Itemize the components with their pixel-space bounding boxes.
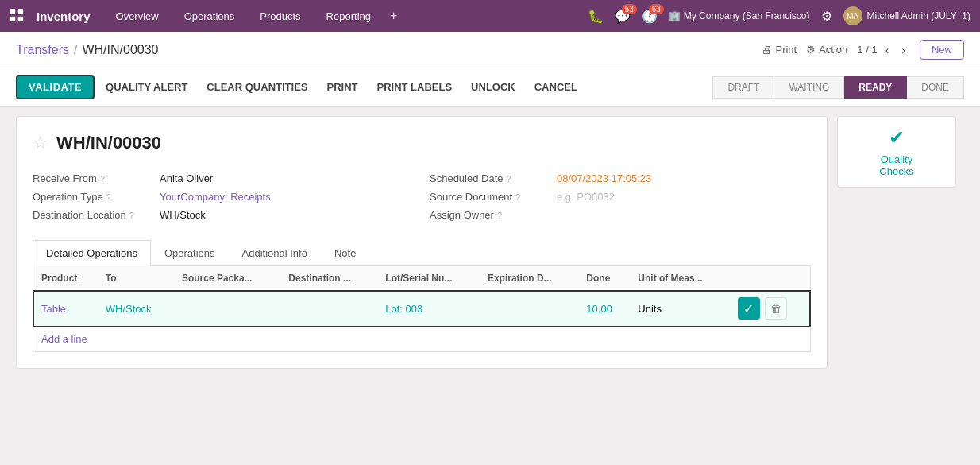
receive-from-value: Anita Oliver — [160, 172, 213, 184]
tab-additional-info[interactable]: Additional Info — [229, 240, 321, 266]
destination-location-help[interactable]: ? — [129, 211, 134, 220]
nav-products[interactable]: Products — [253, 7, 307, 25]
operation-type-help[interactable]: ? — [106, 192, 111, 202]
tabs: Detailed Operations Operations Additiona… — [33, 240, 811, 266]
tab-detailed-operations[interactable]: Detailed Operations — [33, 240, 151, 266]
tab-operations[interactable]: Operations — [151, 240, 229, 266]
prev-button[interactable]: ‹ — [881, 42, 894, 58]
debug-icon[interactable]: 🐛 — [588, 9, 604, 24]
col-actions — [730, 266, 810, 291]
status-ready: READY — [844, 76, 907, 99]
operation-type-label: Operation Type ? — [33, 191, 160, 203]
action-bar: VALIDATE QUALITY ALERT CLEAR QUANTITIES … — [0, 68, 980, 107]
quality-checks-label: QualityChecks — [879, 153, 913, 177]
col-lot-serial: Lot/Serial Nu... — [377, 266, 480, 291]
nav-operations[interactable]: Operations — [178, 7, 241, 25]
table-row: Table WH/Stock Lot: 003 10.00 Units ✓ 🗑 — [33, 291, 810, 327]
col-source-package: Source Packa... — [174, 266, 280, 291]
status-bar: DRAFT WAITING READY DONE — [712, 76, 964, 99]
unlock-button[interactable]: UNLOCK — [463, 76, 523, 98]
scheduled-date-value[interactable]: 08/07/2023 17:05:23 — [557, 172, 651, 184]
nav-overview[interactable]: Overview — [110, 7, 165, 25]
print-button[interactable]: 🖨 Print — [762, 44, 797, 56]
scheduled-date-label: Scheduled Date ? — [430, 172, 557, 184]
operation-type-field: Operation Type ? YourCompany: Receipts — [33, 188, 414, 206]
grid-icon[interactable] — [10, 8, 24, 25]
nav-brand[interactable]: Inventory — [37, 10, 91, 23]
cell-done[interactable]: 10.00 — [578, 291, 630, 327]
gear-icon: ⚙ — [806, 44, 816, 56]
col-unit: Unit of Meas... — [630, 266, 729, 291]
check-circle-icon: ✔ — [889, 126, 905, 149]
col-to: To — [98, 266, 174, 291]
cell-source-package — [174, 291, 280, 327]
activity-button[interactable]: 🕐 63 — [642, 9, 658, 24]
cell-product[interactable]: Table — [33, 291, 98, 327]
receive-from-help[interactable]: ? — [100, 174, 105, 184]
printer-icon: 🖨 — [762, 44, 772, 56]
operations-table: Product To Source Packa... Destination .… — [33, 266, 810, 327]
delete-row-button[interactable]: 🗑 — [765, 297, 787, 320]
status-draft: DRAFT — [712, 76, 774, 99]
nav-reporting[interactable]: Reporting — [320, 7, 377, 25]
clear-quantities-button[interactable]: CLEAR QUANTITIES — [199, 76, 315, 98]
chat-button[interactable]: 💬 53 — [615, 9, 631, 24]
destination-location-field: Destination Location ? WH/Stock — [33, 206, 414, 224]
company-selector[interactable]: 🏢 My Company (San Francisco) — [669, 10, 810, 21]
breadcrumb-current: WH/IN/00030 — [82, 43, 158, 57]
destination-location-label: Destination Location ? — [33, 209, 160, 221]
cell-to: WH/Stock — [98, 291, 174, 327]
source-document-help[interactable]: ? — [515, 192, 520, 202]
operation-type-value[interactable]: YourCompany: Receipts — [160, 191, 271, 203]
form-fields: Receive From ? Anita Oliver Operation Ty… — [33, 169, 811, 224]
svg-rect-0 — [10, 8, 15, 13]
add-line-button[interactable]: Add a line — [33, 327, 95, 351]
cancel-button[interactable]: CANCEL — [527, 76, 585, 98]
svg-rect-2 — [10, 16, 15, 21]
nav-add-button[interactable]: + — [390, 9, 397, 23]
main-form: ☆ WH/IN/00030 Receive From ? Anita Olive… — [16, 116, 828, 369]
breadcrumb-bar: Transfers / WH/IN/00030 🖨 Print ⚙ Action… — [0, 32, 980, 68]
receive-from-field: Receive From ? Anita Oliver — [33, 169, 414, 188]
cell-row-actions: ✓ 🗑 — [730, 291, 810, 327]
table-header-row: Product To Source Packa... Destination .… — [33, 266, 810, 291]
source-document-field: Source Document ? e.g. PO0032 — [430, 188, 811, 206]
col-destination: Destination ... — [280, 266, 377, 291]
action-button[interactable]: ⚙ Action — [806, 44, 847, 56]
col-product: Product — [33, 266, 98, 291]
header-actions: 🖨 Print ⚙ Action 1 / 1 ‹ › New — [762, 40, 964, 60]
col-done: Done — [578, 266, 630, 291]
settings-icon[interactable]: ⚙ — [821, 9, 832, 24]
cell-unit: Units — [630, 291, 729, 327]
star-icon[interactable]: ☆ — [33, 133, 48, 153]
cell-expiration — [480, 291, 578, 327]
assign-owner-field: Assign Owner ? — [430, 206, 811, 224]
svg-rect-3 — [18, 16, 23, 21]
pagination: 1 / 1 ‹ › — [857, 42, 910, 58]
top-navigation: Inventory Overview Operations Products R… — [0, 0, 980, 32]
breadcrumb-link[interactable]: Transfers — [16, 43, 69, 57]
form-title: WH/IN/00030 — [56, 133, 161, 153]
cell-destination — [280, 291, 377, 327]
breadcrumb: Transfers / WH/IN/00030 — [16, 43, 158, 57]
scheduled-date-help[interactable]: ? — [507, 174, 511, 184]
source-document-value[interactable]: e.g. PO0032 — [557, 191, 615, 203]
user-menu[interactable]: MA Mitchell Admin (JULY_1) — [843, 6, 971, 25]
source-document-label: Source Document ? — [430, 191, 557, 203]
next-button[interactable]: › — [897, 42, 910, 58]
print-labels-button[interactable]: PRINT LABELS — [368, 76, 460, 98]
status-done: DONE — [907, 76, 964, 99]
scheduled-date-field: Scheduled Date ? 08/07/2023 17:05:23 — [430, 169, 811, 188]
quality-alert-button[interactable]: QUALITY ALERT — [98, 76, 195, 98]
tab-content: Product To Source Packa... Destination .… — [33, 266, 811, 352]
confirm-row-button[interactable]: ✓ — [738, 297, 760, 320]
assign-owner-help[interactable]: ? — [497, 211, 502, 220]
status-waiting: WAITING — [774, 76, 844, 99]
breadcrumb-separator: / — [74, 43, 77, 57]
receive-from-label: Receive From ? — [33, 172, 160, 184]
quality-checks-card[interactable]: ✔ QualityChecks — [837, 116, 956, 188]
new-button[interactable]: New — [920, 40, 964, 60]
print-button[interactable]: PRINT — [318, 76, 365, 98]
validate-button[interactable]: VALIDATE — [16, 75, 95, 99]
tab-note[interactable]: Note — [321, 240, 369, 266]
